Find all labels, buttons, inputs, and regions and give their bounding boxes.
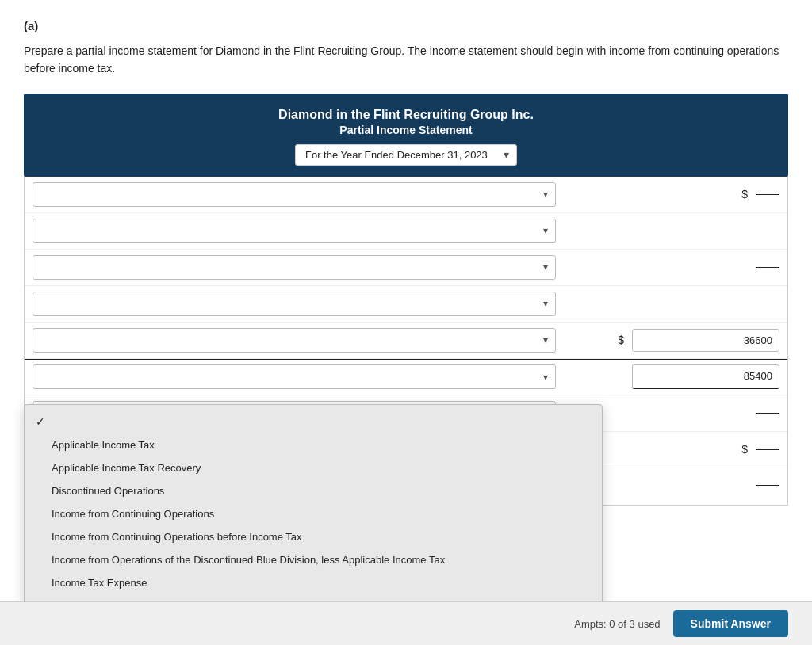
ait-label: Applicable Income Tax (52, 439, 155, 451)
blank-check: ✓ (36, 415, 52, 428)
row7-line (756, 413, 779, 414)
statement-header: Diamond in the Flint Recruiting Group In… (24, 94, 788, 177)
dropdown-item-aitr[interactable]: Applicable Income Tax Recovery (25, 456, 602, 479)
dropdown-item-ait[interactable]: Applicable Income Tax (25, 433, 602, 456)
row1-right: $ (556, 188, 779, 200)
row1-dollar: $ (729, 188, 751, 200)
row3-right (556, 267, 779, 268)
part-label: (a) (24, 19, 788, 32)
footer-bar: Ampts: 0 of 3 used Submit Answer (0, 601, 812, 645)
form-row-6: Applicable Income Tax Applicable Income … (25, 359, 787, 395)
row5-select-wrap[interactable]: Applicable Income Tax Applicable Income … (33, 328, 556, 353)
form-row-3: Applicable Income Tax Applicable Income … (25, 250, 787, 286)
row8-line (756, 449, 779, 450)
row6-select-wrap[interactable]: Applicable Income Tax Applicable Income … (33, 364, 556, 389)
row5-select[interactable]: Applicable Income Tax Applicable Income … (33, 328, 556, 353)
dropdown-item-do[interactable]: Discontinued Operations (25, 479, 602, 502)
attempts-label: Ampts: 0 of 3 used (574, 618, 660, 630)
row3-select[interactable]: Applicable Income Tax Applicable Income … (33, 255, 556, 280)
company-name: Diamond in the Flint Recruiting Group In… (32, 108, 780, 122)
row8-dollar: $ (729, 443, 751, 456)
row2-select-wrap[interactable]: Applicable Income Tax Applicable Income … (33, 219, 556, 243)
row5-input[interactable] (632, 329, 779, 352)
do-label: Discontinued Operations (52, 485, 164, 497)
row1-line (756, 194, 779, 195)
dropdown-item-ite[interactable]: Income Tax Expense (25, 571, 602, 594)
form-row-1: Applicable Income Tax Applicable Income … (25, 177, 787, 213)
row5-right: $ (556, 329, 779, 352)
row2-select[interactable]: Applicable Income Tax Applicable Income … (33, 219, 556, 243)
row1-select-wrap[interactable]: Applicable Income Tax Applicable Income … (33, 182, 556, 207)
dropdown-item-ifodbd[interactable]: Income from Operations of the Discontinu… (25, 548, 602, 571)
instructions: Prepare a partial income statement for D… (24, 42, 788, 78)
row3-line (756, 267, 779, 268)
row3-select-wrap[interactable]: Applicable Income Tax Applicable Income … (33, 255, 556, 280)
submit-button[interactable]: Submit Answer (673, 610, 788, 637)
statement-type: Partial Income Statement (32, 124, 780, 136)
ite-label: Income Tax Expense (52, 577, 147, 589)
period-select[interactable]: For the Year Ended December 31, 2023 (295, 144, 517, 166)
form-row-2: Applicable Income Tax Applicable Income … (25, 213, 787, 250)
row1-select[interactable]: Applicable Income Tax Applicable Income … (33, 182, 556, 207)
ifodbd-label: Income from Operations of the Discontinu… (52, 554, 445, 566)
row6-input[interactable] (632, 364, 779, 389)
period-select-wrap[interactable]: For the Year Ended December 31, 2023 (295, 144, 517, 166)
form-row-5: Applicable Income Tax Applicable Income … (25, 322, 787, 359)
dropdown-item-ifco[interactable]: Income from Continuing Operations (25, 502, 602, 525)
ifcobit-label: Income from Continuing Operations before… (52, 531, 302, 543)
row4-select-wrap[interactable]: Applicable Income Tax Applicable Income … (33, 292, 556, 316)
form-row-4: Applicable Income Tax Applicable Income … (25, 286, 787, 322)
row5-dollar: $ (605, 334, 627, 346)
dropdown-item-blank[interactable]: ✓ (25, 410, 602, 433)
row6-select[interactable]: Applicable Income Tax Applicable Income … (33, 364, 556, 389)
aitr-label: Applicable Income Tax Recovery (52, 462, 201, 474)
row6-right (556, 364, 779, 389)
dropdown-item-ifcobit[interactable]: Income from Continuing Operations before… (25, 525, 602, 548)
row4-select[interactable]: Applicable Income Tax Applicable Income … (33, 292, 556, 316)
ifco-label: Income from Continuing Operations (52, 508, 214, 520)
page: (a) Prepare a partial income statement f… (0, 0, 812, 645)
row9-doubleline (756, 485, 779, 487)
